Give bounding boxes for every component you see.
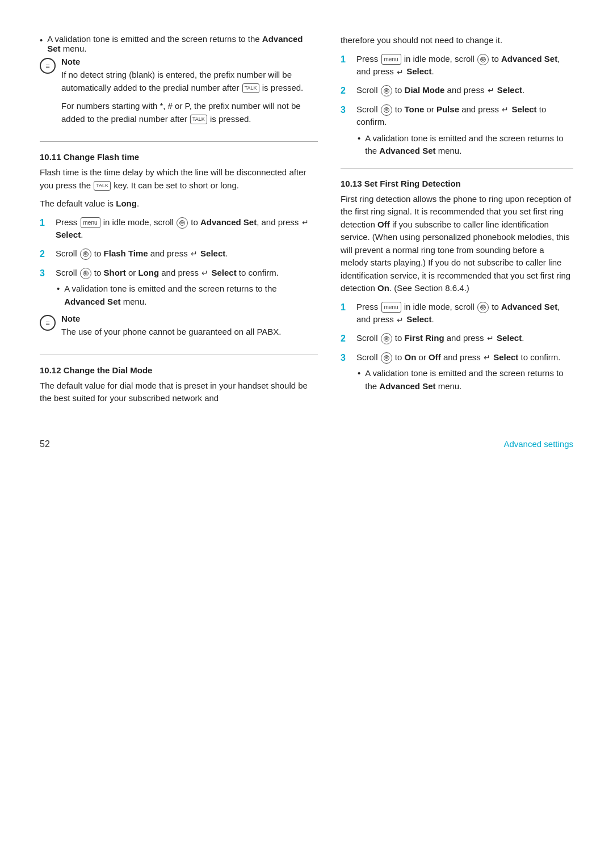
scroll-icon-1: ⊕ — [177, 217, 188, 229]
step-dialmode-1: 1 Press menu in idle mode, scroll ⊕ to A… — [341, 53, 573, 78]
divider-1 — [40, 141, 318, 142]
section-1013-title: 10.13 Set First Ring Detection — [341, 179, 573, 188]
step-1011-3-content: Scroll ⊕ to Short or Long and press ↵ Se… — [56, 267, 318, 309]
menu-icon-dm-1: menu — [381, 54, 401, 65]
talk-icon-3: TALK — [94, 181, 111, 191]
left-column: • A validation tone is emitted and the s… — [40, 34, 318, 411]
note-icon-1: ≡ — [40, 58, 56, 74]
section-1011-body: Flash time is the time delay by which th… — [40, 166, 318, 192]
step-dm-num-2: 2 — [341, 84, 351, 98]
step-1013-3-sub: • A validation tone is emitted and the s… — [358, 367, 573, 393]
section-1012-title: 10.12 Change the Dial Mode — [40, 365, 318, 375]
note-2-title: Note — [61, 314, 282, 323]
step-dm-3-sub: • A validation tone is emitted and the s… — [358, 132, 573, 158]
section-1013-steps: 1 Press menu in idle mode, scroll ⊕ to A… — [341, 301, 573, 393]
section-1012-body: The default value for dial mode that is … — [40, 380, 318, 405]
step-dm-2-content: Scroll ⊕ to Dial Mode and press ↵ Select… — [356, 84, 573, 98]
right-column: therefore you should not need to change … — [341, 34, 573, 411]
page-footer: 52 Advanced settings — [40, 433, 573, 449]
note-2-content: Note The use of your phone cannot be gua… — [61, 314, 282, 344]
sub-bullet-text-1013: A validation tone is emitted and the scr… — [365, 367, 573, 393]
sub-bullet-dot-1013: • — [358, 367, 360, 393]
bullet-dot: • — [40, 35, 43, 53]
step-1013-3-content: Scroll ⊕ to On or Off and press ↵ Select… — [356, 351, 573, 393]
step-1011-1: 1 Press menu in idle mode, scroll ⊕ to A… — [40, 216, 318, 242]
section-1011-steps: 1 Press menu in idle mode, scroll ⊕ to A… — [40, 216, 318, 309]
section-1013-body: First ring detection allows the phone to… — [341, 193, 573, 295]
scroll-icon-1013-1: ⊕ — [477, 302, 489, 313]
scroll-icon-3: ⊕ — [80, 268, 91, 279]
note-2-box: ≡ Note The use of your phone cannot be g… — [40, 314, 318, 344]
intro-bullet-text: A validation tone is emitted and the scr… — [47, 34, 318, 53]
step-dialmode-2: 2 Scroll ⊕ to Dial Mode and press ↵ Sele… — [341, 84, 573, 98]
step-dm-num-3: 3 — [341, 103, 351, 158]
step-1013-num-2: 2 — [341, 332, 351, 345]
select-icon-1: ↵ — [302, 217, 309, 229]
note-1-para1: If no detect string (blank) is entered, … — [61, 69, 318, 94]
step-1011-3-sub: • A validation tone is emitted and the s… — [57, 283, 318, 308]
select-icon-dm-2: ↵ — [488, 85, 494, 96]
default-value-text: The default value is Long. — [40, 197, 318, 210]
scroll-icon-2: ⊕ — [80, 248, 91, 260]
step-1013-num-1: 1 — [341, 301, 351, 326]
scroll-icon-dm-1: ⊕ — [477, 54, 489, 65]
step-1011-2: 2 Scroll ⊕ to Flash Time and press ↵ Sel… — [40, 247, 318, 261]
note-icon-2: ≡ — [40, 315, 56, 331]
select-icon-3: ↵ — [201, 267, 208, 279]
note-1-box: ≡ Note If no detect string (blank) is en… — [40, 57, 318, 131]
step-1011-1-content: Press menu in idle mode, scroll ⊕ to Adv… — [56, 216, 318, 242]
scroll-icon-1013-2: ⊕ — [381, 333, 392, 344]
scroll-icon-1013-3: ⊕ — [381, 352, 392, 364]
step-dialmode-3: 3 Scroll ⊕ to Tone or Pulse and press ↵ … — [341, 103, 573, 158]
scroll-icon-dm-2: ⊕ — [381, 85, 392, 96]
right-intro-text: therefore you should not need to change … — [341, 34, 573, 47]
note-1-para2: For numbers starting with *, # or P, the… — [61, 100, 318, 125]
page-number: 52 — [40, 439, 50, 449]
page-section-label: Advanced settings — [503, 439, 573, 449]
step-dm-num-1: 1 — [341, 53, 351, 78]
menu-icon-1013-1: menu — [381, 302, 401, 313]
step-num-3: 3 — [40, 267, 50, 309]
divider-3 — [341, 168, 573, 168]
note-2-para: The use of your phone cannot be guarante… — [61, 326, 282, 339]
scroll-icon-dm-3: ⊕ — [381, 104, 392, 116]
step-dm-3-content: Scroll ⊕ to Tone or Pulse and press ↵ Se… — [356, 103, 573, 158]
step-1011-3: 3 Scroll ⊕ to Short or Long and press ↵ … — [40, 267, 318, 309]
step-dm-1-content: Press menu in idle mode, scroll ⊕ to Adv… — [356, 53, 573, 78]
step-num-2: 2 — [40, 247, 50, 261]
note-1-content: Note If no detect string (blank) is ente… — [61, 57, 318, 131]
divider-2 — [40, 355, 318, 355]
select-icon-1013-1: ↵ — [397, 314, 404, 326]
dial-mode-steps: 1 Press menu in idle mode, scroll ⊕ to A… — [341, 53, 573, 158]
step-1013-num-3: 3 — [341, 351, 351, 393]
select-icon-1013-3: ↵ — [484, 352, 490, 364]
select-icon-dm-3: ↵ — [502, 104, 509, 116]
sub-bullet-text-dm: A validation tone is emitted and the scr… — [365, 132, 573, 158]
sub-bullet-dot-1: • — [57, 283, 60, 308]
step-1013-1: 1 Press menu in idle mode, scroll ⊕ to A… — [341, 301, 573, 326]
talk-icon-1: TALK — [242, 83, 259, 94]
step-1013-3: 3 Scroll ⊕ to On or Off and press ↵ Sele… — [341, 351, 573, 393]
note-1-title: Note — [61, 57, 318, 66]
select-icon-1013-2: ↵ — [487, 332, 494, 344]
intro-bullet: • A validation tone is emitted and the s… — [40, 34, 318, 53]
adv-set-label: Advanced Set — [47, 34, 303, 53]
section-1011-title: 10.11 Change Flash time — [40, 152, 318, 162]
talk-icon-2: TALK — [190, 115, 207, 125]
step-1013-2: 2 Scroll ⊕ to First Ring and press ↵ Sel… — [341, 332, 573, 345]
step-1013-2-content: Scroll ⊕ to First Ring and press ↵ Selec… — [356, 332, 573, 345]
step-1011-2-content: Scroll ⊕ to Flash Time and press ↵ Selec… — [56, 247, 318, 261]
step-num-1: 1 — [40, 216, 50, 242]
select-icon-dm-1: ↵ — [397, 66, 404, 78]
select-icon-2: ↵ — [191, 248, 198, 260]
sub-bullet-dot-dm: • — [358, 132, 360, 158]
step-1013-1-content: Press menu in idle mode, scroll ⊕ to Adv… — [356, 301, 573, 326]
sub-bullet-text-1: A validation tone is emitted and the scr… — [64, 283, 318, 308]
menu-icon-1: menu — [81, 217, 100, 228]
